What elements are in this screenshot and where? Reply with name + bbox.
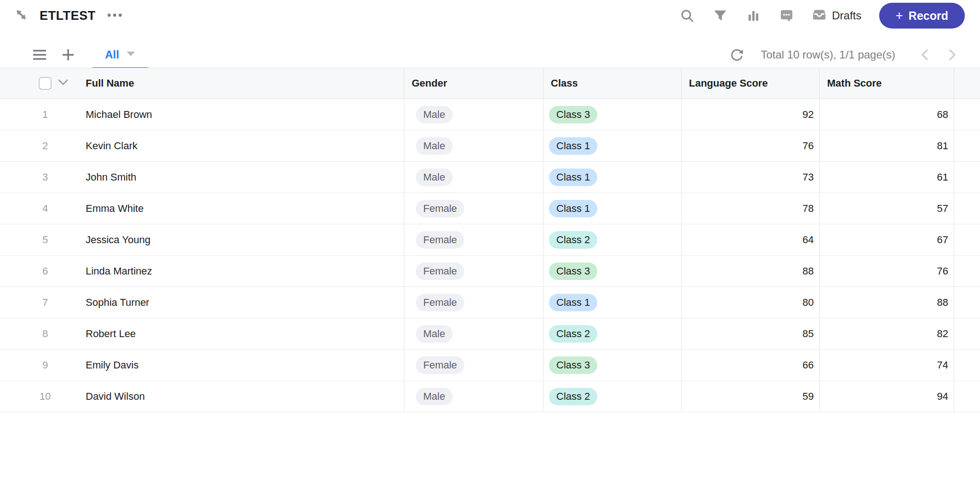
drafts-button[interactable]: Drafts (812, 8, 861, 23)
row-number[interactable]: 5 (0, 234, 90, 246)
more-options-icon[interactable] (107, 12, 122, 20)
cell-full-name[interactable]: 1 Michael Brown (0, 99, 404, 130)
cell-math-score[interactable]: 61 (820, 162, 954, 193)
cell-gender[interactable]: Female (404, 193, 543, 224)
cell-gender[interactable]: Female (404, 224, 543, 255)
cell-full-name[interactable]: 2 Kevin Clark (0, 130, 404, 161)
cell-math-score[interactable]: 82 (820, 318, 954, 349)
cell-class[interactable]: Class 2 (543, 381, 682, 412)
cell-math-score[interactable]: 76 (820, 256, 954, 286)
class-badge: Class 2 (549, 388, 597, 405)
row-number[interactable]: 3 (0, 171, 90, 183)
cell-class[interactable]: Class 1 (543, 193, 682, 224)
row-number[interactable]: 10 (0, 391, 90, 403)
class-badge: Class 3 (549, 356, 597, 374)
row-expand-chevron-icon[interactable] (58, 79, 68, 88)
header-cell-class[interactable]: Class (543, 68, 682, 99)
prev-page-icon[interactable] (917, 47, 932, 62)
cell-gender[interactable]: Male (404, 130, 543, 161)
row-number[interactable]: 7 (0, 297, 90, 309)
header-cell-math-score[interactable]: Math Score (820, 68, 954, 99)
cell-full-name[interactable]: 5 Jessica Young (0, 224, 404, 255)
cell-language-score[interactable]: 78 (682, 193, 820, 224)
cell-language-score[interactable]: 88 (682, 256, 820, 286)
math-score-text: 94 (937, 391, 954, 403)
cell-gender[interactable]: Female (404, 350, 543, 380)
cell-language-score[interactable]: 92 (682, 99, 820, 130)
cell-full-name[interactable]: 10 David Wilson (0, 381, 404, 412)
cell-full-name[interactable]: 9 Emily Davis (0, 350, 404, 380)
cell-class[interactable]: Class 3 (543, 350, 682, 380)
grid-header-row: Full Name Gender Class Language Score Ma… (0, 68, 980, 99)
refresh-icon[interactable] (729, 47, 744, 62)
math-score-text: 57 (937, 203, 954, 215)
cell-math-score[interactable]: 57 (820, 193, 954, 224)
cell-language-score[interactable]: 59 (682, 381, 820, 412)
add-view-icon[interactable] (61, 47, 76, 62)
tab-all-label: All (105, 48, 119, 61)
cell-full-name[interactable]: 6 Linda Martinez (0, 256, 404, 286)
language-score-text: 80 (803, 297, 819, 309)
cell-spacer (954, 256, 980, 286)
chart-icon[interactable] (746, 8, 761, 23)
cell-math-score[interactable]: 81 (820, 130, 954, 161)
gender-badge: Male (416, 106, 453, 123)
table-row: 7 Sophia Turner Female Class 1 80 88 (0, 287, 980, 318)
cell-full-name[interactable]: 7 Sophia Turner (0, 287, 404, 318)
row-number[interactable]: 9 (0, 359, 90, 371)
cell-gender[interactable]: Male (404, 381, 543, 412)
cell-spacer (954, 193, 980, 224)
cell-language-score[interactable]: 73 (682, 162, 820, 193)
select-all-checkbox[interactable] (39, 77, 52, 90)
cell-class[interactable]: Class 1 (543, 130, 682, 161)
cell-gender[interactable]: Male (404, 99, 543, 130)
filter-icon[interactable] (713, 8, 728, 23)
column-header-label[interactable]: Full Name (86, 77, 134, 89)
expand-icon[interactable] (14, 7, 29, 24)
cell-spacer (954, 130, 980, 161)
cell-class[interactable]: Class 1 (543, 162, 682, 193)
cell-math-score[interactable]: 88 (820, 287, 954, 318)
toolbar-left: All (32, 44, 149, 65)
class-badge: Class 1 (549, 137, 597, 155)
next-page-icon[interactable] (945, 47, 960, 62)
row-number[interactable]: 8 (0, 328, 90, 340)
row-number[interactable]: 2 (0, 140, 90, 152)
cell-language-score[interactable]: 76 (682, 130, 820, 161)
search-icon[interactable] (680, 8, 694, 23)
row-number[interactable]: 1 (0, 109, 90, 121)
cell-class[interactable]: Class 2 (543, 224, 682, 255)
header-cell-language-score[interactable]: Language Score (682, 68, 820, 99)
cell-math-score[interactable]: 94 (820, 381, 954, 412)
cell-math-score[interactable]: 74 (820, 350, 954, 380)
cell-class[interactable]: Class 2 (543, 318, 682, 349)
cell-class[interactable]: Class 3 (543, 99, 682, 130)
comment-icon[interactable] (779, 8, 794, 23)
view-list-icon[interactable] (32, 47, 47, 62)
cell-gender[interactable]: Male (404, 318, 543, 349)
header-cell-gender[interactable]: Gender (404, 68, 543, 99)
tab-all[interactable]: All (92, 44, 149, 65)
table-row: 5 Jessica Young Female Class 2 64 67 (0, 224, 980, 256)
cell-full-name[interactable]: 8 Robert Lee (0, 318, 404, 349)
row-number[interactable]: 4 (0, 203, 90, 215)
cell-class[interactable]: Class 1 (543, 287, 682, 318)
cell-language-score[interactable]: 66 (682, 350, 820, 380)
cell-language-score[interactable]: 64 (682, 224, 820, 255)
cell-language-score[interactable]: 85 (682, 318, 820, 349)
cell-full-name[interactable]: 3 John Smith (0, 162, 404, 193)
cell-gender[interactable]: Female (404, 287, 543, 318)
cell-language-score[interactable]: 80 (682, 287, 820, 318)
cell-full-name[interactable]: 4 Emma White (0, 193, 404, 224)
app: { "header": { "title": "ETLTEST", "draft… (0, 0, 980, 502)
add-record-button[interactable]: + Record (879, 3, 965, 29)
cell-math-score[interactable]: 68 (820, 99, 954, 130)
drafts-icon (812, 8, 826, 23)
table-row: 3 John Smith Male Class 1 73 61 (0, 162, 980, 193)
cell-gender[interactable]: Male (404, 162, 543, 193)
cell-math-score[interactable]: 67 (820, 224, 954, 255)
cell-gender[interactable]: Female (404, 256, 543, 286)
row-number[interactable]: 6 (0, 265, 90, 277)
full-name-text: Emma White (86, 203, 144, 215)
cell-class[interactable]: Class 3 (543, 256, 682, 286)
